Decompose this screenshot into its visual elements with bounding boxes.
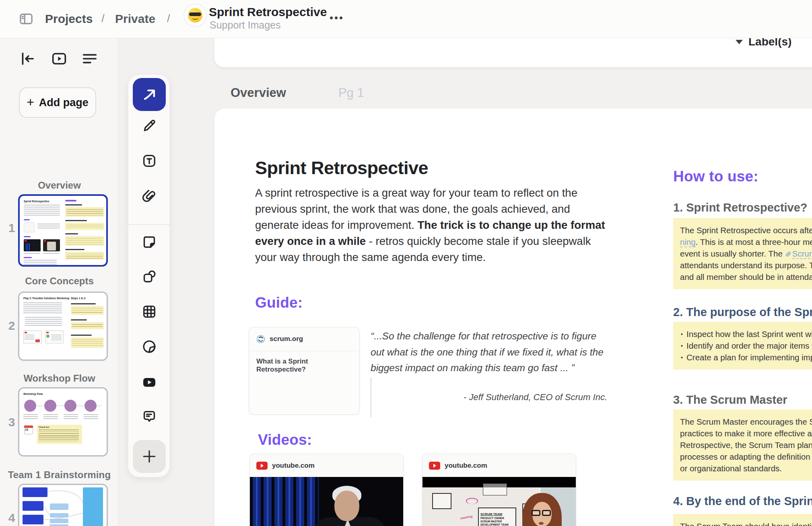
page-label-workshop-flow[interactable]: Workshop Flow: [0, 373, 119, 384]
youtube-tool-button[interactable]: [140, 372, 159, 392]
page-tabs: Overview Pg 1: [231, 86, 364, 100]
tab-overview[interactable]: Overview: [231, 86, 286, 100]
plus-icon: +: [27, 96, 34, 109]
thumbnail-preview: Workshop Flow 25 Check list: [19, 388, 107, 455]
sticker-tool-button[interactable]: [140, 337, 159, 356]
breadcrumb-private[interactable]: Private: [115, 12, 155, 26]
sprint-planning-link[interactable]: ning: [680, 237, 696, 247]
video-thumbnail-preview[interactable]: SCRUM TEAM PRODUCT OWNER SCRUM MASTER DE…: [422, 477, 576, 526]
add-page-label: Add page: [39, 97, 89, 109]
breadcrumb-separator-2: /: [167, 12, 170, 25]
comment-tool-button[interactable]: [140, 407, 159, 426]
page-thumbnail-core-concepts[interactable]: Play 2: Possible Solutions Workshop Step…: [18, 292, 108, 361]
video-domain: youtube.com: [445, 462, 487, 470]
scrolled-widget-card: Label(s) g +: [214, 38, 812, 67]
section-4-callout: The Scrum Team should have identified: [673, 514, 812, 526]
link-card-domain: scrum.org: [270, 335, 303, 343]
section-1-heading: 1. Sprint Retrospective?: [673, 201, 812, 214]
document-title[interactable]: Sprint Retrospective: [209, 5, 327, 19]
video-card-header: youtube.com: [250, 454, 403, 477]
link-icon: [785, 251, 791, 257]
video-domain: youtube.com: [272, 462, 315, 470]
thumbnail-preview: Play 2: Possible Solutions Workshop Step…: [19, 293, 107, 360]
youtube-icon: [429, 462, 440, 470]
intro-paragraph: A sprint retrospective is a great way fo…: [255, 185, 608, 265]
how-to-use-heading: How to use:: [673, 168, 758, 185]
tools-panel: [128, 74, 170, 477]
breadcrumb-separator: /: [101, 12, 105, 25]
youtube-icon: [256, 462, 268, 470]
page-number-1: 1: [6, 221, 18, 235]
shapes-tool-button[interactable]: [140, 267, 159, 286]
text-tool-button[interactable]: [140, 151, 159, 171]
more-tools-button[interactable]: [133, 440, 166, 473]
page-title: Sprint Retrospective: [255, 158, 428, 179]
tab-pg1[interactable]: Pg 1: [338, 86, 364, 100]
section-4-heading: 4. By the end of the Sprint: [673, 495, 812, 508]
window-bars-backdrop: [250, 477, 319, 526]
quote-text: “...So the challenge for that retrospect…: [371, 328, 607, 376]
select-tool-button[interactable]: [133, 78, 166, 111]
videos-heading: Videos:: [258, 431, 312, 448]
labels-dropdown-label: Label(s): [748, 38, 791, 48]
page-number-2: 2: [6, 319, 18, 333]
scrum-master-link[interactable]: Scrum Ma: [792, 249, 812, 259]
quote-attribution-row: - Jeff Sutherland, CEO of Scrum Inc.: [371, 378, 607, 417]
document-page: Sprint Retrospective A sprint retrospect…: [214, 109, 812, 526]
breadcrumb-projects[interactable]: Projects: [45, 12, 93, 26]
section-3-heading: 3. The Scrum Master: [673, 393, 812, 407]
whiteboard-canvas[interactable]: Label(s) g + Overview Pg 1: [119, 38, 812, 526]
page-label-core-concepts[interactable]: Core Concepts: [0, 275, 119, 287]
table-tool-button[interactable]: [140, 302, 159, 321]
video-thumbnail-preview[interactable]: [250, 477, 403, 526]
page-number-4: 4: [6, 511, 18, 525]
scrum-org-favicon-icon: [256, 335, 265, 343]
quote-attribution: - Jeff Sutherland, CEO of Scrum Inc.: [464, 392, 607, 403]
page-label-team1-brainstorming[interactable]: Team 1 Brainstorming: [0, 469, 119, 481]
sunglasses-emoji-icon: [188, 8, 202, 23]
video-card-2[interactable]: youtube.com SCRUM TEAM PRODUCT OWNER SCR…: [422, 454, 576, 526]
document-subtitle: Support Images: [210, 19, 281, 31]
collapse-sidebar-icon[interactable]: [18, 49, 36, 68]
page-thumbnail-workshop-flow[interactable]: Workshop Flow 25 Check list: [18, 387, 108, 456]
pencil-tool-button[interactable]: [140, 116, 159, 135]
link-card-title[interactable]: What is a Sprint Retrospective?: [249, 351, 359, 380]
sticky-note-tool-button[interactable]: [140, 232, 159, 252]
section-1-callout: The Sprint Retrospective occurs after th…: [673, 218, 812, 289]
page-label-overview[interactable]: Overview: [0, 180, 119, 191]
page-list-icon[interactable]: [80, 49, 99, 68]
link-card-header: scrum.org: [249, 327, 359, 351]
video-card-1[interactable]: youtube.com: [249, 454, 404, 526]
chevron-down-icon: [736, 40, 743, 44]
guide-heading: Guide:: [255, 294, 303, 311]
app-header: Projects / Private / Sprint Retrospectiv…: [0, 0, 812, 38]
page-thumbnail-team1-brainstorming[interactable]: [18, 484, 108, 526]
page-thumbnail-overview[interactable]: Sprint Retrospective: [18, 194, 108, 267]
more-options-icon[interactable]: [330, 10, 348, 25]
section-3-callout: The Scrum Master encourages the Scrum pr…: [673, 409, 812, 481]
add-page-button[interactable]: + Add page: [19, 87, 96, 118]
sidebar-actions: [18, 49, 102, 68]
toolbar-divider: [128, 224, 170, 225]
section-2-heading: 2. The purpose of the Sprint: [673, 306, 812, 319]
whiteboard-app: Projects / Private / Sprint Retrospectiv…: [0, 0, 812, 526]
sidebar-toggle-icon[interactable]: [18, 11, 34, 27]
pages-sidebar: + Add page Overview 1 Sprint Retrospecti…: [0, 38, 119, 526]
present-icon[interactable]: [50, 49, 68, 68]
labels-dropdown[interactable]: Label(s): [736, 38, 791, 53]
video-card-header: youtube.com: [422, 454, 576, 477]
page-number-3: 3: [6, 415, 18, 429]
attachment-tool-button[interactable]: [140, 187, 159, 206]
thumbnail-preview: [19, 485, 107, 526]
thumbnail-preview: Sprint Retrospective: [20, 196, 106, 265]
scrum-org-link-card[interactable]: scrum.org What is a Sprint Retrospective…: [249, 327, 360, 415]
document-emoji-icon[interactable]: [183, 4, 207, 27]
quote-block: “...So the challenge for that retrospect…: [371, 328, 607, 417]
section-2-callout: Inspect how the last Sprint went with Id…: [673, 322, 812, 370]
